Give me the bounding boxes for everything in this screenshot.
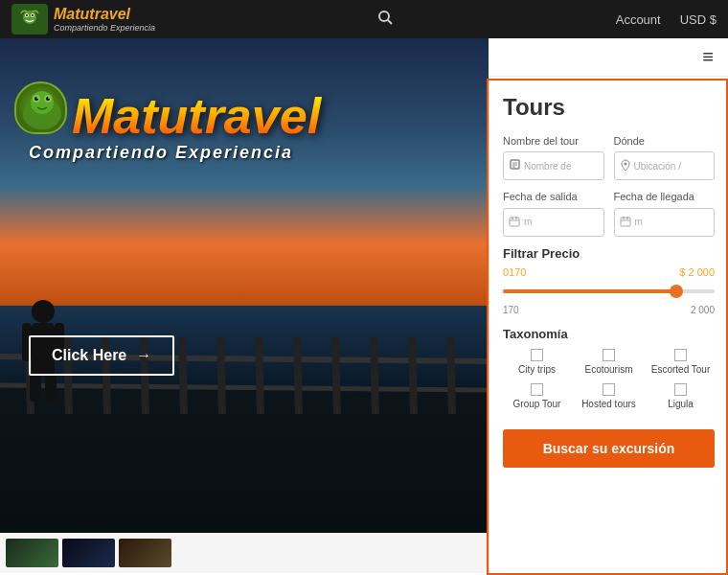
frog-mascot <box>14 81 67 134</box>
price-range-values: 0170 $ 2 000 <box>503 266 715 278</box>
fecha-llegada-input[interactable]: m <box>614 208 716 237</box>
thumb-3[interactable] <box>119 539 171 567</box>
svg-line-19 <box>374 337 375 414</box>
nav-right-actions: Account USD $ <box>616 12 717 27</box>
label-city-trips: City trips <box>518 364 556 376</box>
fecha-salida-label: Fecha de salida <box>503 190 604 203</box>
taxonomy-section: Taxonomía City tripsEcotourismEscorted T… <box>503 327 715 410</box>
dates-row: Fecha de salida m Fecha de llegada m <box>503 190 715 236</box>
svg-point-4 <box>26 14 28 16</box>
click-here-label: Click Here <box>52 347 126 364</box>
thumbnail-strip <box>0 533 489 573</box>
label-hosted-tours: Hosted tours <box>581 399 636 410</box>
svg-point-28 <box>36 97 38 99</box>
price-max-display: $ 2 000 <box>679 266 715 278</box>
hero-sky-bg <box>0 38 489 333</box>
ubicacion-input[interactable]: Ubicación / <box>614 151 716 180</box>
checkbox-group-tour[interactable] <box>531 383 543 396</box>
label-ecotourism: Ecotourism <box>584 364 632 376</box>
svg-point-5 <box>32 14 34 16</box>
price-min-display: 0170 <box>503 266 526 278</box>
brand-name: Matutravel <box>54 6 155 23</box>
nombre-icon <box>510 159 520 172</box>
svg-line-21 <box>450 337 452 414</box>
svg-line-17 <box>297 337 299 414</box>
price-slider[interactable] <box>503 282 715 301</box>
taxonomy-label: Taxonomía <box>503 327 715 341</box>
label-group-tour: Group Tour <box>513 399 561 410</box>
price-filter-label: Filtrar Precio <box>503 246 715 261</box>
svg-rect-35 <box>45 373 57 402</box>
slider-thumb[interactable] <box>670 285 683 298</box>
fecha-llegada-label: Fecha de llegada <box>614 190 716 203</box>
checkbox-ligula[interactable] <box>674 383 687 396</box>
calendar-icon-salida <box>509 216 520 229</box>
label-ligula: Ligula <box>668 399 694 410</box>
fecha-llegada-placeholder: m <box>635 217 643 227</box>
svg-rect-45 <box>621 218 630 226</box>
hero-brand-name: Matutravel <box>72 91 469 141</box>
slider-fill <box>503 289 672 293</box>
taxonomy-item-group-tour: Group Tour <box>503 383 571 410</box>
brand-logo: Matutravel Compartiendo Experiencia <box>11 4 155 34</box>
label-escorted-tour: Escorted Tour <box>651 364 711 376</box>
fecha-salida-input[interactable]: m <box>503 208 604 237</box>
svg-rect-34 <box>30 373 41 402</box>
checkbox-hosted-tours[interactable] <box>603 383 615 396</box>
checkbox-ecotourism[interactable] <box>603 349 615 361</box>
svg-point-29 <box>48 97 50 99</box>
fecha-llegada-group: Fecha de llegada m <box>614 190 716 236</box>
fecha-salida-placeholder: m <box>524 217 532 227</box>
logo-image <box>11 4 48 34</box>
checkbox-escorted-tour[interactable] <box>674 349 687 361</box>
taxonomy-item-city-trips: City trips <box>503 349 571 376</box>
donde-group: Dónde Ubicación / <box>614 134 716 180</box>
tours-filter-panel: Tours Nombre del tour Nombre de Dónde <box>489 79 728 573</box>
currency-selector[interactable]: USD $ <box>680 12 717 27</box>
thumb-1[interactable] <box>6 539 58 567</box>
svg-line-16 <box>259 337 261 414</box>
search-icon[interactable] <box>377 10 393 29</box>
price-scale-max: 2 000 <box>691 305 715 315</box>
name-location-row: Nombre del tour Nombre de Dónde Ubicació… <box>503 134 715 180</box>
taxonomy-grid: City tripsEcotourismEscorted TourGroup T… <box>503 349 715 410</box>
svg-line-20 <box>412 337 414 414</box>
calendar-icon-llegada <box>620 216 631 229</box>
price-filter-section: Filtrar Precio 0170 $ 2 000 170 2 000 <box>503 246 715 315</box>
svg-rect-41 <box>510 218 519 226</box>
svg-point-30 <box>32 300 55 323</box>
nombre-label: Nombre del tour <box>503 134 604 148</box>
ubicacion-placeholder: Ubicación / <box>634 161 681 172</box>
checkbox-city-trips[interactable] <box>531 349 543 361</box>
click-here-arrow: → <box>136 347 151 364</box>
svg-line-14 <box>182 337 184 414</box>
taxonomy-item-escorted-tour: Escorted Tour <box>647 349 715 376</box>
search-excursion-button[interactable]: Buscar su excursión <box>503 429 715 468</box>
svg-line-15 <box>220 337 222 414</box>
hero-brand-sub: Compartiendo Experiencia <box>19 143 469 163</box>
hamburger-menu[interactable]: ≡ <box>702 46 714 68</box>
taxonomy-item-ecotourism: Ecotourism <box>575 349 643 376</box>
hero-panel: Matutravel Compartiendo Experiencia Clic… <box>0 38 489 573</box>
account-link[interactable]: Account <box>616 12 661 27</box>
taxonomy-item-ligula: Ligula <box>647 383 715 410</box>
svg-point-40 <box>624 162 626 165</box>
nombre-placeholder: Nombre de <box>524 161 571 172</box>
mobile-nav-bar: ≡ <box>489 38 728 77</box>
taxonomy-item-hosted-tours: Hosted tours <box>575 383 643 410</box>
fecha-salida-group: Fecha de salida m <box>503 190 604 236</box>
nombre-group: Nombre del tour Nombre de <box>503 134 604 180</box>
donde-label: Dónde <box>614 134 716 148</box>
main-content: Matutravel Compartiendo Experiencia Clic… <box>0 38 728 573</box>
svg-point-6 <box>379 12 389 21</box>
svg-line-7 <box>388 20 392 24</box>
svg-point-23 <box>31 91 54 114</box>
click-here-button[interactable]: Click Here → <box>29 335 174 376</box>
price-scale: 170 2 000 <box>503 305 715 315</box>
nombre-input[interactable]: Nombre de <box>503 151 604 180</box>
location-pin-icon <box>621 159 630 173</box>
top-navbar: Matutravel Compartiendo Experiencia Acco… <box>0 0 728 38</box>
hero-logo: Matutravel Compartiendo Experiencia <box>19 91 469 163</box>
thumb-2[interactable] <box>62 539 115 567</box>
brand-tagline: Compartiendo Experiencia <box>54 23 155 33</box>
